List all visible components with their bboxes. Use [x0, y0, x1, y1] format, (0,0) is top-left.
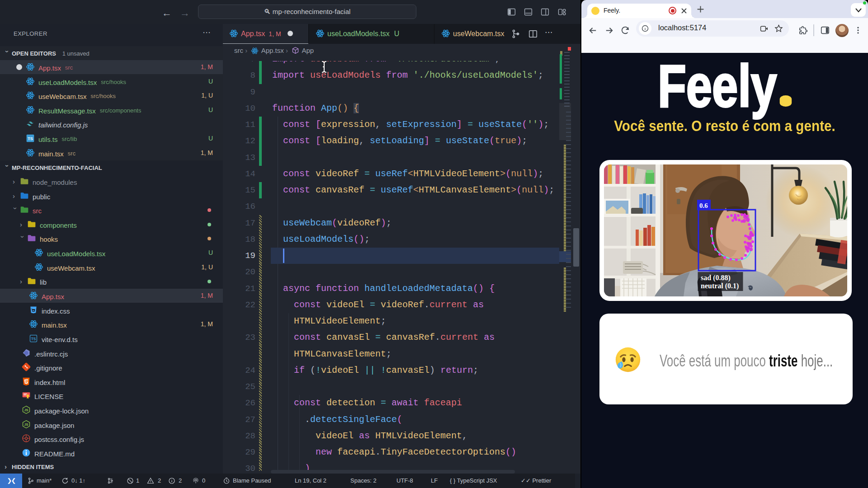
svg-text:sad (0.88): sad (0.88): [701, 274, 731, 282]
svg-text:0.6: 0.6: [699, 202, 708, 209]
svg-text:neutral (0.1): neutral (0.1): [701, 282, 739, 290]
